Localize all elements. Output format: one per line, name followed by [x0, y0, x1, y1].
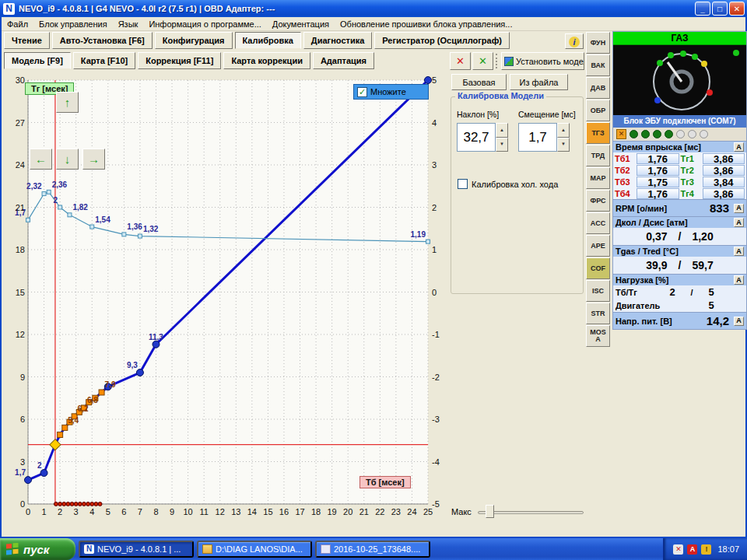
gas-injection-time: 3,84 [703, 177, 745, 187]
task-label: NEVO_i9 - 4.0.8.1 | ... [97, 544, 181, 554]
slope-down-button[interactable]: ▼ [496, 138, 508, 152]
checkbox-icon[interactable] [458, 179, 468, 189]
arrow-up-button[interactable]: ↑ [56, 92, 79, 113]
sidebar-item-1[interactable]: ВАК [586, 54, 610, 76]
arrow-right-button[interactable]: → [82, 149, 105, 170]
install-model-icon [504, 57, 514, 66]
offset-up-button[interactable]: ▲ [557, 123, 570, 138]
menu-item-1[interactable]: Блок управления [33, 19, 113, 30]
svg-text:18: 18 [16, 245, 25, 254]
slope-spinner: ▲ ▼ [457, 123, 508, 152]
temperature-header: Tgas / Tred [°C] A [613, 245, 746, 257]
sidebar-item-3[interactable]: ОБР [586, 100, 610, 121]
menu-item-4[interactable]: Документация [267, 19, 335, 30]
autoscale-button[interactable]: A [734, 142, 744, 152]
menu-item-2[interactable]: Язык [113, 19, 144, 30]
svg-text:15: 15 [263, 507, 272, 516]
idle-calibration-checkbox[interactable]: Калибровка хол. хода [458, 179, 558, 189]
sub-tab-3[interactable]: Карта коррекции [223, 52, 310, 69]
taskbar-task-1[interactable]: D:\DIAG LANOS\DIA... [197, 541, 312, 558]
autoscale-button[interactable]: A [734, 275, 744, 285]
maximize-button[interactable]: □ [712, 2, 728, 16]
gas-injection-time: 3,86 [703, 153, 745, 164]
sidebar-item-10[interactable]: COF [586, 257, 610, 279]
svg-text:1,7: 1,7 [15, 468, 26, 477]
taskbar-task-0[interactable]: NNEVO_i9 - 4.0.8.1 | ... [79, 541, 194, 558]
main-tab-2[interactable]: Конфигурация [155, 32, 233, 49]
menu-item-3[interactable]: Информация о программе... [143, 19, 266, 30]
from-file-button[interactable]: Из файла [510, 74, 568, 90]
main-tabs: ЧтениеАвто-Установка [F6]КонфигурацияКал… [4, 32, 510, 49]
offset-input[interactable] [518, 123, 557, 152]
cylinder-led-on [641, 130, 650, 138]
slope-up-button[interactable]: ▲ [496, 123, 508, 138]
svg-text:1,32: 1,32 [143, 225, 159, 233]
menu-item-0[interactable]: Файл [2, 19, 33, 30]
sidebar-item-6[interactable]: МАР [586, 167, 610, 189]
sub-tab-4[interactable]: Адаптация [313, 52, 374, 69]
slope-input[interactable] [457, 123, 496, 152]
gas-temperature: 39,9 [646, 259, 667, 271]
engine-load-label: Двигатель [615, 301, 661, 310]
sidebar-item-7[interactable]: ФРС [586, 190, 610, 212]
sub-tab-1[interactable]: Карта [F10] [73, 52, 135, 69]
titlebar[interactable]: N NEVO_i9 - 4.0.8.1 | G4 NEVO - 4.0l r2 … [0, 0, 747, 17]
base-model-button[interactable]: Базовая [451, 74, 507, 90]
arrow-down-button[interactable]: ↓ [56, 149, 79, 170]
info-button[interactable]: i [565, 33, 584, 49]
svg-text:-4: -4 [432, 457, 440, 467]
sub-tab-0[interactable]: Модель [F9] [4, 52, 71, 69]
sidebar-item-4[interactable]: ТГЗ [586, 122, 610, 144]
load-row-engine: Двигатель 5 [613, 299, 746, 312]
svg-text:22: 22 [375, 507, 384, 516]
main-tab-1[interactable]: Авто-Установка [F6] [52, 32, 153, 49]
reducer-temperature: 59,7 [692, 259, 713, 271]
injection-row-2: Тб31,75Тг33,84 [613, 176, 746, 187]
sidebar-item-2[interactable]: ДАВ [586, 77, 610, 99]
volume-mute-icon[interactable]: ✕ [673, 544, 683, 555]
sidebar-item-5[interactable]: ТРД [586, 145, 610, 166]
close-button[interactable]: ✕ [729, 2, 745, 16]
toolbar-grip[interactable] [496, 54, 499, 68]
voltage-value: 14,2 [707, 314, 731, 327]
main-tab-5[interactable]: Регистратор (Осциллограф) [374, 32, 510, 49]
sidebar-item-11[interactable]: ISC [586, 280, 610, 302]
install-model-button[interactable]: Установить модел [501, 52, 584, 70]
start-button[interactable]: пуск [0, 538, 75, 560]
slider-thumb[interactable] [486, 505, 494, 518]
arrow-left-button[interactable]: ← [30, 149, 52, 170]
sub-tab-2[interactable]: Коррекция [F11] [138, 52, 221, 69]
main-tab-0[interactable]: Чтение [4, 32, 50, 49]
max-slider[interactable] [478, 504, 584, 520]
sidebar-item-12[interactable]: STR [586, 303, 610, 324]
chart-plot[interactable]: 1,725,46,26,87,99,311,31,72,322,3621,821… [8, 73, 444, 524]
sidebar-item-13[interactable]: MOS A [586, 325, 610, 347]
live-data-panel: ГАЗ Блок ЭБУ подключен (COM7) [612, 31, 747, 330]
sidebar-item-0[interactable]: ФУН [586, 32, 610, 54]
autoscale-button[interactable]: A [734, 247, 744, 256]
main-tab-3[interactable]: Калибровка [235, 32, 301, 49]
autoscale-button[interactable]: A [734, 317, 744, 326]
autoscale-button[interactable]: A [734, 204, 744, 213]
antivirus-icon[interactable]: A [687, 544, 697, 555]
main-tab-4[interactable]: Диагностика [303, 32, 372, 49]
minimize-button[interactable]: _ [695, 2, 710, 16]
svg-text:18: 18 [311, 507, 321, 516]
chart-legend[interactable]: ✓ Множите [353, 84, 429, 100]
sidebar-item-9[interactable]: АРЕ [586, 235, 610, 257]
voltage-row: Напр. пит. [В] 14,2 A [613, 312, 746, 329]
warning-icon[interactable]: ! [701, 544, 711, 555]
taskbar-task-2[interactable]: 2016-10-25_173648.... [315, 541, 430, 558]
svg-text:7,9: 7,9 [105, 380, 116, 389]
sidebar-item-8[interactable]: АСС [586, 212, 610, 234]
legend-checkbox-icon[interactable]: ✓ [357, 87, 367, 97]
svg-text:11: 11 [199, 507, 208, 516]
petrol-injection-time: 1,76 [637, 165, 679, 176]
autoscale-button[interactable]: A [734, 218, 744, 227]
offset-down-button[interactable]: ▼ [557, 138, 570, 152]
svg-text:24: 24 [16, 160, 25, 170]
cancel-button[interactable]: ✕ [450, 52, 471, 70]
menu-item-5[interactable]: Обновление прошивки блока управления... [335, 19, 517, 30]
apply-button[interactable]: ✕ [472, 52, 493, 70]
disconnect-icon[interactable]: ✕ [616, 129, 626, 139]
